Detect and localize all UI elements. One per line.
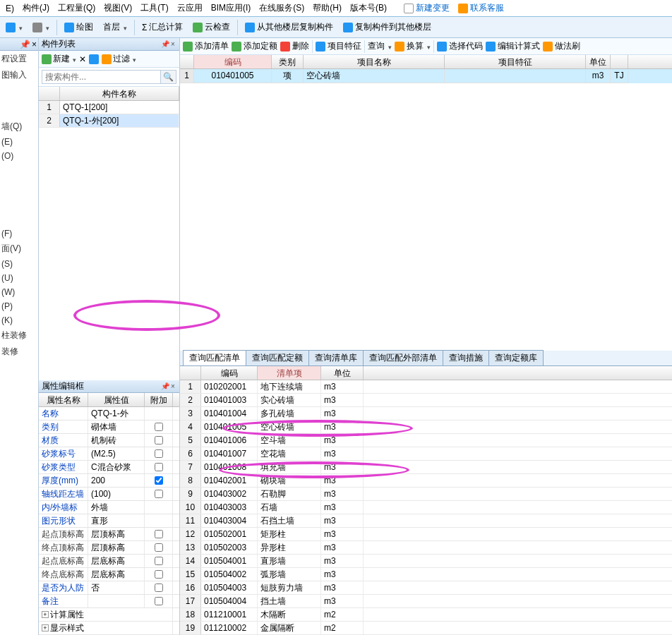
prop-row[interactable]: 厚度(mm)200 [39,474,179,488]
pin-icon[interactable]: 📌 [161,41,168,48]
left-item[interactable]: (P) [0,299,38,313]
component-row[interactable]: 1 QTQ-1[200] [39,101,179,114]
prop-row[interactable]: 材质机制砖 [39,434,179,447]
prop-group[interactable]: +计算属性 [39,608,179,622]
checkbox[interactable] [155,490,163,498]
prop-extra[interactable] [145,581,173,594]
add-quota-button[interactable]: 添加定额 [232,40,277,52]
list-row[interactable]: 1010202001地下连续墙m3 [180,380,672,394]
prop-extra[interactable] [145,568,173,581]
prop-row[interactable]: 内/外墙标外墙 [39,501,179,514]
left-item[interactable]: (O) [0,149,38,163]
menu-item[interactable]: E) [1,2,18,15]
list-row[interactable]: 15010504002弧形墙m3 [180,568,672,581]
tab[interactable]: 查询定额库 [488,350,544,365]
prop-value[interactable] [88,595,145,607]
checkbox[interactable] [155,530,163,538]
prop-row[interactable]: 起点底标高层底标高 [39,555,179,568]
list-row[interactable]: 18011210001木隔断m2 [180,608,672,622]
copy-to-button[interactable]: 复制构件到其他楼层 [340,20,434,35]
select-code-button[interactable]: 选择代码 [437,40,483,52]
prop-extra[interactable] [145,407,173,420]
list-row[interactable]: 13010502003异形柱m3 [180,541,672,555]
menu-item[interactable]: 版本号(B) [346,1,391,16]
feature-button[interactable]: 项目特征 [316,40,361,52]
copy-button[interactable] [89,54,99,64]
prop-value[interactable]: (100) [88,488,145,500]
list-row[interactable]: 3010401004多孔砖墙m3 [180,407,672,421]
draw-button[interactable]: 绘图 [61,20,96,35]
prop-extra[interactable] [145,501,173,514]
left-item[interactable]: (S) [0,257,38,271]
checkbox[interactable] [155,436,163,445]
checkbox[interactable] [155,449,163,458]
copy-from-button[interactable]: 从其他楼层复制构件 [242,20,336,35]
pin-icon[interactable]: 📌 [161,383,168,390]
prop-extra[interactable] [145,461,173,473]
list-row[interactable]: 10010403003石墙m3 [180,501,672,514]
prop-value[interactable]: 200 [88,474,145,487]
prop-extra[interactable] [145,514,173,527]
prop-extra[interactable] [145,447,173,460]
add-list-button[interactable]: 添加清单 [183,40,229,52]
cloud-check-button[interactable]: 云检查 [190,20,233,35]
left-item[interactable]: (W) [0,285,38,299]
tab[interactable]: 查询清单库 [308,350,364,365]
prop-value[interactable]: 机制砖 [88,434,145,447]
prop-row[interactable]: 备注 [39,595,179,608]
list-row[interactable]: 14010504001直形墙m3 [180,555,672,568]
tab[interactable]: 查询匹配定额 [246,350,309,365]
prop-value[interactable]: 层顶标高 [88,541,145,554]
prop-extra[interactable] [145,421,173,433]
checkbox[interactable] [155,583,163,592]
list-row[interactable]: 16010504003短肢剪力墙m3 [180,581,672,595]
edit-formula-button[interactable]: 编辑计算式 [486,40,540,52]
prop-group[interactable]: +显示样式 [39,622,179,635]
list-row[interactable]: 9010403002石勒脚m3 [180,488,672,501]
left-item[interactable]: (U) [0,271,38,285]
new-button[interactable]: 新建 [42,53,76,65]
close-icon[interactable]: × [169,41,176,48]
tab[interactable]: 查询措施 [443,350,489,365]
prop-row[interactable]: 类别砌体墙 [39,421,179,434]
prop-value[interactable]: C混合砂浆 [88,461,145,473]
prop-value[interactable]: QTQ-1-外 [88,407,145,420]
prop-row[interactable]: 起点顶标高层顶标高 [39,528,179,541]
close-icon[interactable]: × [169,383,176,390]
prop-value[interactable]: 直形 [88,514,145,527]
prop-row[interactable]: 图元形状直形 [39,514,179,528]
prop-value[interactable]: 外墙 [88,501,145,514]
undo-button[interactable] [3,21,25,34]
prop-extra[interactable] [145,434,173,447]
prop-row[interactable]: 砂浆类型C混合砂浆 [39,461,179,474]
expand-icon[interactable]: + [42,611,49,618]
prop-extra[interactable] [145,541,173,554]
contact-link[interactable]: 联系客服 [454,1,508,16]
tab[interactable]: 查询匹配外部清单 [363,350,443,365]
left-item[interactable]: 柱装修 [0,327,38,344]
list-row[interactable]: 17010504004挡土墙m3 [180,595,672,608]
left-item[interactable]: 墙(Q) [0,119,38,135]
floor-select[interactable]: 首层 [100,20,130,35]
top-grid-row[interactable]: 1 010401005 项 空心砖墙 m3 TJ [180,69,672,83]
prop-row[interactable]: 是否为人防否 [39,581,179,595]
calc-button[interactable]: Σ汇总计算 [139,20,186,35]
checkbox[interactable] [155,597,163,605]
left-item[interactable]: (F) [0,226,38,241]
list-row[interactable]: 4010401005空心砖墙m3 [180,421,672,434]
convert-button[interactable]: 换算 [395,40,431,52]
list-row[interactable]: 7010401008填充墙m3 [180,461,672,474]
prop-value[interactable]: 砌体墙 [88,421,145,433]
menu-item[interactable]: 云应用 [173,1,207,16]
tab[interactable]: 查询匹配清单 [183,350,246,365]
prop-extra[interactable] [145,595,173,607]
checkbox[interactable] [155,557,163,565]
menu-item[interactable]: 构件(J) [18,1,54,16]
prop-extra[interactable] [145,555,173,567]
list-row[interactable]: 11010403004石挡土墙m3 [180,514,672,528]
close-icon[interactable]: × [32,40,37,49]
prop-value[interactable]: 层底标高 [88,568,145,581]
delete-button[interactable]: 删除 [280,40,309,52]
menu-item[interactable]: 在线服务(S) [255,1,308,16]
prop-row[interactable]: 终点顶标高层顶标高 [39,541,179,555]
